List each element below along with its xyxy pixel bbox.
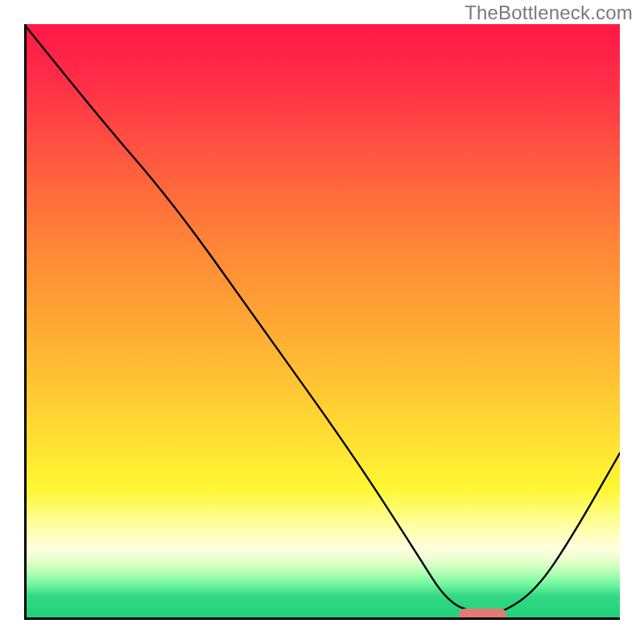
- plot-area: [24, 24, 620, 620]
- chart-container: TheBottleneck.com: [0, 0, 644, 644]
- axes: [24, 24, 620, 620]
- watermark-text: TheBottleneck.com: [464, 2, 633, 24]
